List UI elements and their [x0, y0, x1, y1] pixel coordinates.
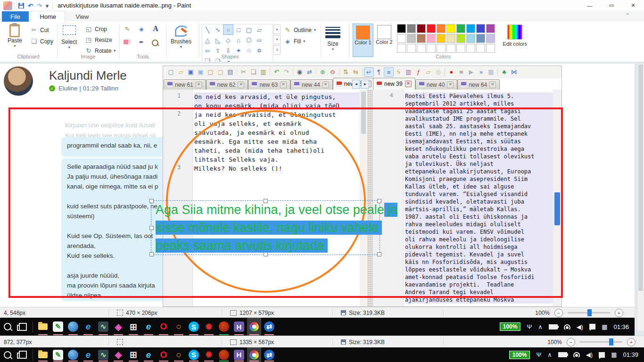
shapes-more-icon[interactable]: ⊽ — [273, 45, 281, 55]
palette-empty-swatch[interactable] — [397, 44, 406, 53]
palette-swatch[interactable] — [456, 24, 465, 33]
palette-empty-swatch[interactable] — [446, 44, 455, 53]
text-tool[interactable]: A — [152, 25, 159, 33]
taskbar-item-paint-splatter-app[interactable]: ✹ — [202, 347, 216, 362]
palette-swatch[interactable] — [427, 24, 436, 33]
taskbar-item-edge-browser[interactable]: e — [81, 347, 95, 362]
palette-empty-swatch[interactable] — [476, 44, 485, 53]
qat-customize-icon[interactable]: ▾ — [46, 2, 49, 9]
rounded-rectangle-shape[interactable]: ▢ — [244, 25, 254, 35]
crop-button[interactable]: ◱ Crop — [85, 25, 107, 33]
palette-empty-swatch[interactable] — [466, 44, 475, 53]
brushes-button[interactable]: Brushes ▾ — [171, 25, 191, 49]
task-view-button[interactable] — [16, 347, 30, 362]
green-text-selected[interactable]: peaks saama arvutis kirjutada — [156, 239, 328, 253]
undo-icon[interactable]: ↶ — [28, 2, 33, 9]
taskbar-item-skype[interactable]: S — [187, 347, 201, 362]
zoom-in-button[interactable]: + — [627, 338, 636, 346]
fill-button[interactable]: ◈ Fill ▾ — [284, 38, 305, 45]
pencil-tool[interactable]: ✎ — [124, 25, 131, 33]
palette-empty-swatch[interactable] — [456, 44, 465, 53]
resize-handle[interactable] — [149, 199, 154, 203]
clock[interactable]: 01:39 — [623, 351, 638, 358]
taskbar-item-paint[interactable] — [247, 347, 261, 362]
green-text[interactable]: Aga Siia mitme kihina, ja veel otse peal… — [156, 203, 384, 217]
minimize-button[interactable]: — — [579, 0, 601, 11]
palette-empty-swatch[interactable] — [417, 44, 426, 53]
palette-swatch[interactable] — [407, 24, 416, 33]
select-button[interactable]: Select ▾ — [61, 25, 77, 49]
taskbar-item-search-app[interactable]: ○ — [172, 347, 186, 362]
volume-icon[interactable]: ◀) — [586, 351, 593, 358]
palette-swatch[interactable] — [417, 24, 426, 33]
ellipse-shape[interactable]: ○ — [223, 25, 233, 35]
rectangle-shape[interactable]: □ — [233, 25, 244, 35]
notification-icon[interactable] — [599, 352, 605, 358]
outline-button[interactable]: ✎ Outline ▾ — [284, 26, 316, 33]
fill-tool[interactable]: ◈ — [138, 25, 145, 33]
palette-swatch[interactable] — [427, 34, 436, 43]
color1-button[interactable]: Color 1 — [353, 24, 373, 57]
diamond-shape[interactable]: ◇ — [223, 35, 233, 45]
palette-swatch[interactable] — [466, 34, 475, 43]
show-hidden-icons-chevron[interactable]: ∧ — [547, 351, 552, 358]
close-button[interactable]: ✕ — [622, 0, 644, 11]
resize-handle[interactable] — [377, 252, 381, 256]
palette-empty-swatch[interactable] — [486, 44, 495, 53]
taskbar-item-3d-builder[interactable]: ◈ — [111, 347, 125, 362]
zoom-out-button[interactable]: − — [567, 338, 575, 346]
pentagon-shape[interactable]: ⌂ — [233, 35, 244, 45]
taskbar-item-firefox-browser[interactable] — [217, 347, 231, 362]
touch-keyboard-icon[interactable]: ▦ — [611, 351, 617, 358]
paste-button[interactable]: Paste ▾ — [8, 24, 22, 48]
usb-plug-icon[interactable]: Ψ — [536, 351, 541, 358]
taskbar-item-teamviewer[interactable]: ⇄ — [262, 347, 276, 362]
palette-swatch[interactable] — [397, 34, 406, 43]
shapes-scroll-up-icon[interactable]: ▲ — [273, 25, 281, 34]
taskbar-search-button[interactable] — [0, 347, 15, 362]
tab-view[interactable]: View — [67, 11, 98, 22]
taskbar-item-blue-globe-app[interactable] — [66, 347, 80, 362]
taskbar-item-notepad-app[interactable]: ✎ — [51, 347, 65, 362]
color2-button[interactable]: Color 2 — [374, 24, 394, 56]
palette-empty-swatch[interactable] — [427, 44, 436, 53]
right-triangle-shape[interactable]: ◺ — [213, 35, 223, 45]
palette-swatch[interactable] — [446, 24, 455, 33]
palette-empty-swatch[interactable] — [437, 44, 446, 53]
palette-swatch[interactable] — [456, 34, 465, 43]
collapse-ribbon-icon[interactable]: ⌃ — [625, 12, 630, 19]
cut-button[interactable]: ✂ Cut — [30, 26, 49, 33]
resize-handle[interactable] — [149, 226, 154, 230]
line-shape[interactable]: ╲ — [202, 25, 213, 35]
green-text-line[interactable]: Aga Siia mitme kihina, ja veel otse peal… — [156, 203, 397, 217]
palette-swatch[interactable] — [476, 24, 485, 33]
scrollbar-thumb[interactable] — [638, 65, 643, 291]
taskbar-item-purple-h-app[interactable]: H — [232, 347, 246, 362]
tab-file[interactable]: File — [2, 11, 29, 22]
resize-button[interactable]: ◳ Resize — [85, 36, 112, 43]
eraser-tool[interactable] — [124, 40, 131, 44]
right-arrow-shape[interactable]: ⇨ — [254, 35, 264, 45]
shapes-scroll-down-icon[interactable]: ▼ — [273, 35, 281, 44]
resize-handle[interactable] — [149, 252, 154, 256]
palette-swatch[interactable] — [437, 34, 446, 43]
polygon-shape[interactable]: ▱ — [254, 25, 264, 35]
wifi-icon[interactable] — [573, 352, 580, 357]
battery-icon[interactable] — [558, 352, 567, 357]
palette-swatch[interactable] — [486, 24, 495, 33]
green-text-line[interactable]: peaks saama arvutis kirjutada — [156, 239, 328, 253]
zoom-slider[interactable] — [580, 341, 622, 343]
green-text-selected[interactable]: ja — [384, 203, 398, 217]
magnifier-tool[interactable] — [152, 40, 158, 46]
green-text-selected[interactable]: sisse mõnele kastile, nagu liniku vahele — [156, 221, 382, 235]
green-text-line[interactable]: sisse mõnele kastile, nagu liniku vahele — [156, 221, 382, 235]
paint-canvas[interactable]: Kaljundi Merle ✓ Eluline | 01:29 Tallinn… — [0, 64, 635, 336]
redo-icon[interactable]: ↷ — [37, 2, 42, 9]
palette-swatch[interactable] — [446, 34, 455, 43]
palette-swatch[interactable] — [407, 34, 416, 43]
canvas-vertical-scrollbar[interactable] — [637, 64, 644, 330]
palette-empty-swatch[interactable] — [407, 44, 416, 53]
tab-home[interactable]: Home — [31, 11, 65, 23]
curve-shape[interactable]: ∿ — [213, 25, 223, 35]
taskbar-item-internet-explorer[interactable]: e — [141, 347, 156, 362]
